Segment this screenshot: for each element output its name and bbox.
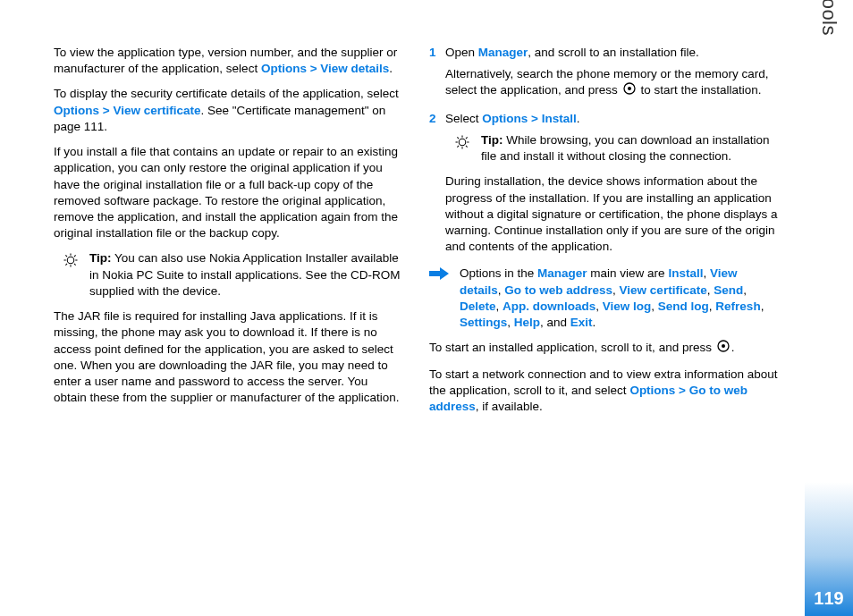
svg-line-6 <box>74 264 76 266</box>
text: Options in the <box>460 266 537 280</box>
joystick-icon <box>623 82 636 99</box>
arrow-icon <box>429 267 451 284</box>
paragraph: To view the application type, version nu… <box>54 45 402 77</box>
text: While browsing, you can download an inst… <box>481 133 769 163</box>
text: , and <box>540 316 570 329</box>
text: , if available. <box>476 400 543 413</box>
svg-point-0 <box>67 257 74 265</box>
text: . <box>577 112 580 125</box>
content-columns: To view the application type, version nu… <box>54 45 778 424</box>
tip-label: Tip: <box>89 251 112 265</box>
page-footer: 119 <box>805 482 853 616</box>
step-2: 2 Select Options > Install. Tip: While b… <box>429 111 778 261</box>
right-column: 1 Open Manager, and scroll to an install… <box>429 45 778 424</box>
paragraph: Select Options > Install. <box>445 111 778 127</box>
text: . <box>389 62 393 75</box>
svg-line-5 <box>65 256 67 257</box>
option-link: View certificate <box>620 283 707 297</box>
tip-block: Tip: While browsing, you can download an… <box>454 132 778 165</box>
text: main view are <box>587 266 669 280</box>
svg-line-18 <box>457 146 459 148</box>
svg-line-8 <box>74 256 76 257</box>
tip-label: Tip: <box>481 133 503 147</box>
app-link: Manager <box>537 266 587 280</box>
svg-line-7 <box>65 264 67 266</box>
options-note: Options in the Manager main view are Ins… <box>429 266 778 331</box>
step-1: 1 Open Manager, and scroll to an install… <box>429 45 778 105</box>
svg-line-16 <box>457 137 459 139</box>
svg-point-22 <box>722 344 725 348</box>
option-link: Refresh <box>715 300 760 313</box>
menu-path-link: Options > Install <box>482 112 576 125</box>
section-title: Tools <box>817 0 840 36</box>
paragraph: Alternatively, search the phone memory o… <box>445 66 778 99</box>
option-link: Help <box>514 316 540 329</box>
left-column: To view the application type, version nu… <box>54 45 402 424</box>
svg-point-11 <box>459 139 466 146</box>
text: . <box>593 316 596 329</box>
tip-text: Tip: You can also use Nokia Application … <box>89 250 402 300</box>
step-number: 1 <box>429 45 445 105</box>
tip-text: Tip: While browsing, you can download an… <box>481 132 778 165</box>
text: To start an installed application, scrol… <box>429 341 715 354</box>
menu-path-link: Options > View details <box>261 62 389 75</box>
tip-icon <box>454 134 474 155</box>
text: Open <box>445 46 478 59</box>
option-link: Exit <box>570 316 593 329</box>
paragraph: To display the security certificate deta… <box>54 86 402 135</box>
tip-icon <box>63 252 82 273</box>
text: . <box>731 341 735 354</box>
svg-line-19 <box>466 137 468 139</box>
paragraph: To start an installed application, scrol… <box>429 340 778 357</box>
svg-point-10 <box>628 87 631 90</box>
paragraph: The JAR file is required for installing … <box>54 308 402 406</box>
text: To display the security certificate deta… <box>54 87 399 100</box>
text: to start the installation. <box>638 84 762 97</box>
paragraph: If you install a file that contains an u… <box>54 144 402 241</box>
svg-line-17 <box>466 146 468 148</box>
option-link: Settings <box>460 316 507 329</box>
option-link: Send <box>714 283 743 297</box>
option-link: View log <box>603 300 652 313</box>
text: You can also use Nokia Application Insta… <box>89 251 400 297</box>
app-link: Manager <box>478 46 528 59</box>
paragraph: During installation, the device shows in… <box>445 173 778 255</box>
paragraph: To start a network connection and to vie… <box>429 367 778 416</box>
page-number: 119 <box>814 588 843 609</box>
svg-marker-20 <box>429 267 449 280</box>
option-link: App. downloads <box>503 300 595 313</box>
paragraph: Open Manager, and scroll to an installat… <box>445 45 778 61</box>
menu-path-link: Options > View certificate <box>54 104 200 117</box>
option-link: Go to web address <box>504 283 612 297</box>
step-number: 2 <box>429 111 445 261</box>
option-link: Install <box>668 266 703 280</box>
text: , and scroll to an installation file. <box>528 46 698 59</box>
option-link: Delete <box>460 300 496 313</box>
paragraph: Options in the Manager main view are Ins… <box>456 266 778 331</box>
text: Select <box>445 112 482 125</box>
tip-block: Tip: You can also use Nokia Application … <box>63 250 402 300</box>
option-link: Send log <box>658 300 709 313</box>
joystick-icon <box>717 340 730 357</box>
